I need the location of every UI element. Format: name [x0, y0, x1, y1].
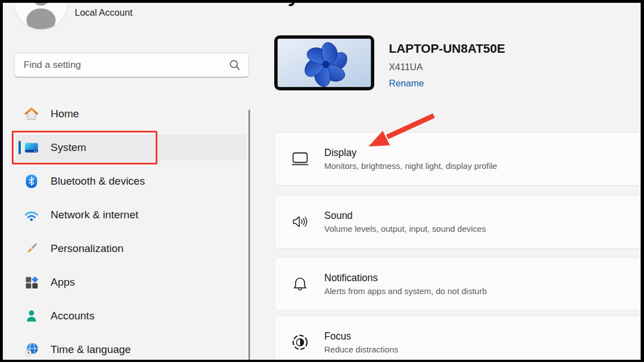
time-language-icon — [24, 342, 39, 358]
sidebar-item-label: Bluetooth & devices — [51, 175, 145, 187]
sidebar-item-label: System — [51, 141, 86, 154]
card-focus[interactable]: Focus Reduce distractions — [274, 315, 644, 362]
apps-icon — [24, 274, 39, 290]
sidebar-item-label: Apps — [51, 276, 75, 288]
notifications-icon — [291, 275, 309, 293]
sidebar-item-label: Time & language — [51, 343, 131, 356]
personalization-icon — [24, 241, 39, 256]
card-subtitle: Alerts from apps and system, do not dist… — [324, 286, 487, 296]
card-title: Focus — [324, 331, 398, 342]
search-input[interactable] — [22, 59, 229, 71]
sidebar-item-network-internet[interactable]: Network & internet — [16, 202, 246, 228]
windows-settings-window: User Local Account — [0, 0, 644, 362]
card-title: Display — [324, 147, 497, 159]
card-display[interactable]: Display Monitors, brightness, night ligh… — [274, 132, 644, 186]
sidebar-nav: Home System — [16, 101, 246, 362]
system-icon — [24, 140, 39, 155]
card-title: Sound — [324, 210, 486, 222]
sidebar-item-label: Network & internet — [51, 209, 138, 221]
person-icon — [15, 0, 67, 29]
screenshot-border-top — [0, 0, 644, 3]
card-subtitle: Monitors, brightness, night light, displ… — [324, 161, 497, 171]
sidebar-item-label: Personalization — [51, 242, 124, 255]
search-icon[interactable] — [229, 59, 241, 71]
user-avatar[interactable] — [15, 0, 67, 29]
card-title: Notifications — [324, 272, 487, 284]
network-icon — [24, 207, 39, 223]
device-name: LAPTOP-UN8AT50E — [389, 42, 505, 56]
sound-icon — [291, 213, 309, 231]
display-icon — [291, 150, 309, 168]
sidebar-item-apps[interactable]: Apps — [16, 269, 246, 295]
card-subtitle: Volume levels, output, input, sound devi… — [324, 224, 486, 233]
selected-indicator — [19, 141, 21, 154]
home-icon — [24, 106, 39, 122]
card-sound[interactable]: Sound Volume levels, output, input, soun… — [274, 195, 644, 249]
device-thumbnail — [274, 35, 374, 90]
windows-bloom-wallpaper — [278, 39, 371, 87]
sidebar-scrollbar[interactable] — [248, 109, 250, 362]
bluetooth-icon — [24, 173, 39, 189]
sidebar-item-label: Home — [51, 108, 79, 120]
sidebar-item-personalization[interactable]: Personalization — [16, 236, 246, 262]
sidebar-item-system[interactable]: System — [16, 135, 246, 161]
sidebar-item-time-language[interactable]: Time & language — [16, 337, 246, 362]
rename-link[interactable]: Rename — [389, 78, 424, 89]
sidebar-item-bluetooth-devices[interactable]: Bluetooth & devices — [16, 168, 246, 194]
card-notifications[interactable]: Notifications Alerts from apps and syste… — [274, 257, 644, 311]
settings-sidebar: User Local Account — [0, 0, 261, 362]
device-model: X411UA — [389, 62, 423, 72]
sidebar-item-accounts[interactable]: Accounts — [16, 303, 246, 329]
sidebar-item-home[interactable]: Home — [16, 101, 246, 127]
accounts-icon — [24, 308, 39, 324]
user-account-type: Local Account — [75, 7, 133, 18]
screenshot-border-left — [0, 0, 3, 362]
screenshot-border-right — [641, 0, 644, 362]
screenshot-border-bottom — [0, 360, 644, 362]
focus-icon — [291, 333, 309, 351]
search-box — [14, 53, 249, 77]
sidebar-item-label: Accounts — [51, 310, 94, 322]
card-subtitle: Reduce distractions — [324, 345, 398, 354]
